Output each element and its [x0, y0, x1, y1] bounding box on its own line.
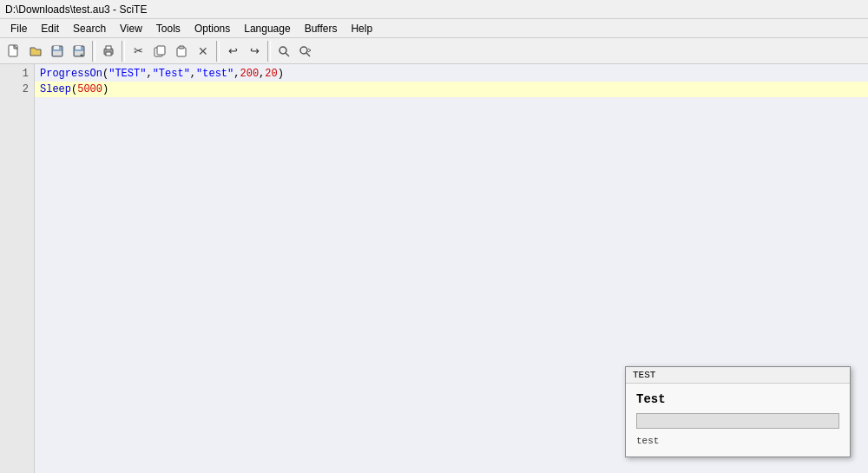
menu-edit[interactable]: Edit	[34, 21, 66, 36]
svg-rect-3	[53, 51, 62, 56]
svg-point-17	[300, 47, 307, 54]
menu-bar: File Edit Search View Tools Options Lang…	[0, 19, 868, 38]
dialog-status-text: test	[636, 436, 839, 446]
dialog-body: Test test	[626, 384, 850, 457]
delete-button[interactable]: ✕	[193, 41, 214, 62]
menu-language[interactable]: Language	[237, 21, 297, 36]
open-button[interactable]	[25, 41, 46, 62]
cut-button[interactable]: ✂	[128, 41, 148, 62]
save-button[interactable]	[47, 41, 68, 62]
svg-rect-12	[157, 46, 165, 55]
svg-line-16	[286, 53, 289, 56]
save-as-button[interactable]: +	[69, 41, 89, 62]
menu-options[interactable]: Options	[187, 21, 237, 36]
svg-rect-9	[106, 46, 111, 49]
dialog-progress-bar	[636, 413, 839, 429]
svg-text:+: +	[80, 52, 83, 58]
toolbar: + ✂ ✕ ↩ ↪	[0, 38, 868, 64]
dialog-title-text: TEST	[633, 370, 655, 380]
menu-help[interactable]: Help	[344, 21, 379, 36]
line-number-gutter: 1 2	[0, 64, 35, 473]
undo-button[interactable]: ↩	[222, 41, 243, 62]
svg-point-15	[279, 47, 286, 54]
find-button[interactable]	[273, 41, 294, 62]
separator-4	[267, 41, 271, 62]
menu-view[interactable]: View	[113, 21, 149, 36]
copy-button[interactable]	[149, 41, 170, 62]
print-button[interactable]	[98, 41, 119, 62]
title-bar: D:\Downloads\test.au3 - SciTE	[0, 0, 868, 19]
svg-rect-5	[76, 46, 81, 49]
code-line-1: ProgressOn("TEST","Test","test",200,20)	[35, 66, 868, 82]
main-area: 1 2 ProgressOn("TEST","Test","test",200,…	[0, 64, 868, 473]
line-num-1: 1	[0, 66, 34, 82]
svg-rect-10	[106, 52, 111, 56]
dialog-heading: Test	[636, 392, 839, 406]
paste-button[interactable]	[171, 41, 192, 62]
separator-2	[122, 41, 125, 62]
menu-buffers[interactable]: Buffers	[298, 21, 345, 36]
code-line-2: Sleep(5000)	[35, 82, 868, 97]
menu-file[interactable]: File	[3, 21, 34, 36]
dialog-title-bar: TEST	[626, 367, 850, 384]
svg-rect-14	[179, 46, 184, 49]
menu-tools[interactable]: Tools	[149, 21, 187, 36]
separator-3	[216, 41, 220, 62]
separator-1	[92, 41, 95, 62]
find-next-button[interactable]	[295, 41, 316, 62]
redo-button[interactable]: ↪	[244, 41, 265, 62]
svg-rect-2	[54, 46, 59, 49]
line-num-2: 2	[0, 82, 34, 97]
new-button[interactable]	[3, 41, 24, 62]
menu-search[interactable]: Search	[66, 21, 113, 36]
svg-line-18	[306, 53, 310, 56]
code-editor[interactable]: ProgressOn("TEST","Test","test",200,20) …	[35, 64, 868, 473]
progress-dialog[interactable]: TEST Test test	[625, 366, 851, 457]
title-text: D:\Downloads\test.au3 - SciTE	[5, 3, 147, 16]
